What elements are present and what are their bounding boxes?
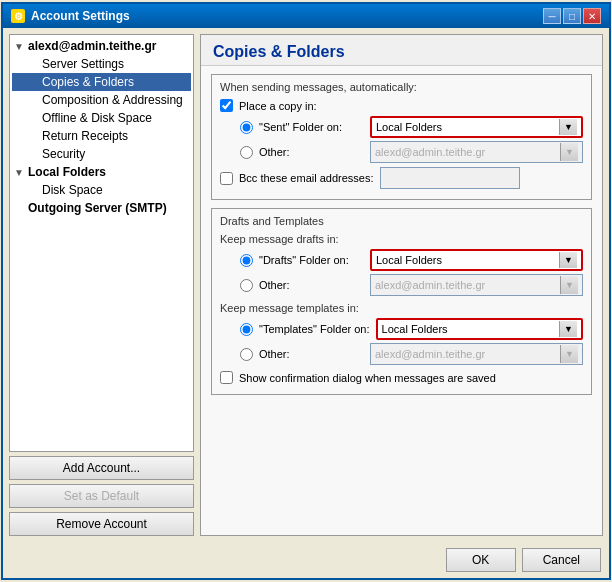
- account-settings-window: ⚙ Account Settings ─ □ ✕ ▼ alexd@admin.t…: [1, 2, 611, 580]
- window-title: Account Settings: [31, 9, 130, 23]
- drafts-section-title: Drafts and Templates: [220, 215, 583, 227]
- sent-folder-label: "Sent" Folder on:: [259, 121, 364, 133]
- keep-templates-title: Keep message templates in:: [220, 302, 583, 314]
- drafts-folder-dropdown[interactable]: Local Folders ▼: [370, 249, 583, 271]
- templates-folder-radio[interactable]: [240, 323, 253, 336]
- templates-folder-label: "Templates" Folder on:: [259, 323, 370, 335]
- add-account-button[interactable]: Add Account...: [9, 456, 194, 480]
- drafts-other-label: Other:: [259, 279, 364, 291]
- sidebar-item-copies-folders[interactable]: Copies & Folders: [12, 73, 191, 91]
- sent-other-dropdown-arrow: ▼: [560, 143, 578, 161]
- templates-folder-value: Local Folders: [382, 323, 559, 335]
- content-area: ▼ alexd@admin.teithe.gr Server Settings …: [3, 28, 609, 542]
- sent-other-radio[interactable]: [240, 146, 253, 159]
- place-copy-checkbox[interactable]: [220, 99, 233, 112]
- tree-label: Server Settings: [42, 57, 124, 71]
- panel-title: Copies & Folders: [201, 35, 602, 66]
- tree-view: ▼ alexd@admin.teithe.gr Server Settings …: [9, 34, 194, 452]
- sent-folder-dropdown[interactable]: Local Folders ▼: [370, 116, 583, 138]
- sidebar-item-security[interactable]: Security: [12, 145, 191, 163]
- drafts-other-dropdown-arrow: ▼: [560, 276, 578, 294]
- title-bar-controls: ─ □ ✕: [543, 8, 601, 24]
- show-confirmation-row: Show confirmation dialog when messages a…: [220, 371, 583, 384]
- tree-label: Security: [42, 147, 85, 161]
- bottom-buttons: Add Account... Set as Default Remove Acc…: [9, 456, 194, 536]
- window-icon: ⚙: [11, 9, 25, 23]
- tree-label: Outgoing Server (SMTP): [28, 201, 167, 215]
- sent-other-dropdown[interactable]: alexd@admin.teithe.gr ▼: [370, 141, 583, 163]
- templates-other-radio[interactable]: [240, 348, 253, 361]
- left-panel: ▼ alexd@admin.teithe.gr Server Settings …: [9, 34, 194, 536]
- tree-label: Local Folders: [28, 165, 106, 179]
- sidebar-item-account-root[interactable]: ▼ alexd@admin.teithe.gr: [12, 37, 191, 55]
- close-button[interactable]: ✕: [583, 8, 601, 24]
- keep-drafts-title: Keep message drafts in:: [220, 233, 583, 245]
- ok-button[interactable]: OK: [446, 548, 516, 572]
- minimize-button[interactable]: ─: [543, 8, 561, 24]
- cancel-button[interactable]: Cancel: [522, 548, 601, 572]
- templates-folder-row: "Templates" Folder on: Local Folders ▼: [220, 318, 583, 340]
- drafts-other-row: Other: alexd@admin.teithe.gr ▼: [220, 274, 583, 296]
- templates-other-value: alexd@admin.teithe.gr: [375, 348, 560, 360]
- tree-label: Return Receipts: [42, 129, 128, 143]
- sending-section: When sending messages, automatically: Pl…: [211, 74, 592, 200]
- sidebar-item-disk-space[interactable]: Disk Space: [12, 181, 191, 199]
- place-copy-row: Place a copy in:: [220, 99, 583, 112]
- drafts-other-value: alexd@admin.teithe.gr: [375, 279, 560, 291]
- tree-label: alexd@admin.teithe.gr: [28, 39, 156, 53]
- sidebar-item-server-settings[interactable]: Server Settings: [12, 55, 191, 73]
- sidebar-item-offline[interactable]: Offline & Disk Space: [12, 109, 191, 127]
- templates-other-dropdown-arrow: ▼: [560, 345, 578, 363]
- sending-section-title: When sending messages, automatically:: [220, 81, 583, 93]
- drafts-folder-value: Local Folders: [376, 254, 559, 266]
- footer: OK Cancel: [3, 542, 609, 578]
- tree-label: Copies & Folders: [42, 75, 134, 89]
- expand-icon: ▼: [14, 167, 26, 178]
- right-panel: Copies & Folders When sending messages, …: [200, 34, 603, 536]
- drafts-section: Drafts and Templates Keep message drafts…: [211, 208, 592, 395]
- sent-other-value: alexd@admin.teithe.gr: [375, 146, 560, 158]
- templates-folder-dropdown-arrow: ▼: [559, 321, 577, 337]
- set-default-button[interactable]: Set as Default: [9, 484, 194, 508]
- drafts-folder-label: "Drafts" Folder on:: [259, 254, 364, 266]
- maximize-button[interactable]: □: [563, 8, 581, 24]
- panel-content: When sending messages, automatically: Pl…: [201, 66, 602, 535]
- title-bar-text: ⚙ Account Settings: [11, 9, 130, 23]
- expand-icon: ▼: [14, 41, 26, 52]
- sidebar-item-composition[interactable]: Composition & Addressing: [12, 91, 191, 109]
- drafts-other-dropdown[interactable]: alexd@admin.teithe.gr ▼: [370, 274, 583, 296]
- sent-folder-radio[interactable]: [240, 121, 253, 134]
- templates-other-row: Other: alexd@admin.teithe.gr ▼: [220, 343, 583, 365]
- tree-label: Disk Space: [42, 183, 103, 197]
- sent-folder-dropdown-arrow: ▼: [559, 119, 577, 135]
- drafts-folder-radio[interactable]: [240, 254, 253, 267]
- drafts-other-radio[interactable]: [240, 279, 253, 292]
- templates-folder-dropdown[interactable]: Local Folders ▼: [376, 318, 583, 340]
- sidebar-item-outgoing-server[interactable]: Outgoing Server (SMTP): [12, 199, 191, 217]
- title-bar: ⚙ Account Settings ─ □ ✕: [3, 4, 609, 28]
- templates-other-dropdown[interactable]: alexd@admin.teithe.gr ▼: [370, 343, 583, 365]
- sent-folder-value: Local Folders: [376, 121, 559, 133]
- sidebar-item-local-folders[interactable]: ▼ Local Folders: [12, 163, 191, 181]
- tree-label: Offline & Disk Space: [42, 111, 152, 125]
- tree-label: Composition & Addressing: [42, 93, 183, 107]
- sent-other-label: Other:: [259, 146, 364, 158]
- templates-other-label: Other:: [259, 348, 364, 360]
- bcc-checkbox[interactable]: [220, 172, 233, 185]
- show-confirmation-label: Show confirmation dialog when messages a…: [239, 372, 496, 384]
- bcc-row: Bcc these email addresses:: [220, 167, 583, 189]
- bcc-input[interactable]: [380, 167, 520, 189]
- remove-account-button[interactable]: Remove Account: [9, 512, 194, 536]
- sent-other-row: Other: alexd@admin.teithe.gr ▼: [220, 141, 583, 163]
- show-confirmation-checkbox[interactable]: [220, 371, 233, 384]
- sidebar-item-return-receipts[interactable]: Return Receipts: [12, 127, 191, 145]
- drafts-folder-dropdown-arrow: ▼: [559, 252, 577, 268]
- place-copy-label: Place a copy in:: [239, 100, 317, 112]
- bcc-label: Bcc these email addresses:: [239, 172, 374, 184]
- sent-folder-row: "Sent" Folder on: Local Folders ▼: [220, 116, 583, 138]
- drafts-folder-row: "Drafts" Folder on: Local Folders ▼: [220, 249, 583, 271]
